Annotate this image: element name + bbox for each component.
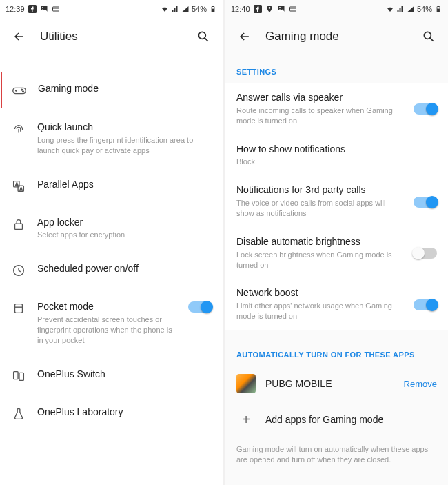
setting-3rd-party-calls[interactable]: Notifications for 3rd party calls The vo… xyxy=(225,175,448,227)
item-title: App locker xyxy=(37,216,212,229)
card-icon xyxy=(52,5,60,13)
battery-icon xyxy=(209,5,217,13)
svg-line-31 xyxy=(430,38,434,41)
setting-title: Disable automatic brightness xyxy=(236,235,398,248)
back-button[interactable] xyxy=(236,28,253,45)
item-parallel-apps[interactable]: AA Parallel Apps xyxy=(0,168,223,204)
svg-text:A: A xyxy=(20,186,23,190)
signal-icon xyxy=(171,5,179,13)
plus-icon: + xyxy=(236,410,256,429)
svg-point-12 xyxy=(23,91,24,92)
facebook-icon xyxy=(254,5,262,13)
item-quick-launch[interactable]: Quick launch Long press the fingerprint … xyxy=(0,111,223,166)
gamepad-icon xyxy=(12,83,27,98)
pubg-app-icon xyxy=(236,374,256,393)
auto-brightness-toggle[interactable] xyxy=(414,248,437,259)
card-icon xyxy=(289,5,297,13)
svg-rect-10 xyxy=(13,88,26,93)
setting-subtitle: Lock screen brightness when Gaming mode … xyxy=(236,250,398,270)
item-subtitle: Long press the fingerprint identificatio… xyxy=(37,135,212,156)
pocket-icon xyxy=(11,301,26,316)
status-time: 12:39 xyxy=(6,5,25,13)
image-icon xyxy=(40,5,48,13)
setting-title: Network boost xyxy=(236,286,398,299)
setting-subtitle: Block xyxy=(236,157,433,167)
item-gaming-mode[interactable]: Gaming mode xyxy=(1,72,221,108)
item-title: Gaming mode xyxy=(38,82,211,95)
status-time: 12:40 xyxy=(231,5,250,13)
svg-point-24 xyxy=(279,7,281,8)
utilities-list: Gaming mode Quick launch Long press the … xyxy=(0,55,223,485)
gaming-mode-footnote: Gaming mode will turn on automatically w… xyxy=(225,437,448,477)
gaming-mode-screen: 12:40 54% Gaming mode SETTINGS Answer ca… xyxy=(225,0,448,485)
svg-rect-29 xyxy=(438,9,440,12)
location-icon xyxy=(265,5,274,13)
setting-title: Notifications for 3rd party calls xyxy=(236,184,398,197)
svg-point-8 xyxy=(198,32,205,39)
image-icon xyxy=(277,5,285,13)
section-apps-label: AUTOMATICALLY TURN ON FOR THESE APPS xyxy=(225,338,448,366)
third-party-calls-toggle[interactable] xyxy=(414,197,437,208)
svg-point-2 xyxy=(42,7,43,8)
signal-icon-2 xyxy=(181,5,190,13)
utilities-screen: 12:39 54% Utilities Gaming mode Quick la… xyxy=(0,0,223,485)
section-settings-label: SETTINGS xyxy=(225,55,448,83)
setting-how-to-show-notifications[interactable]: How to show notifications Block xyxy=(225,135,448,176)
app-name: PUBG MOBILE xyxy=(265,378,394,389)
item-pocket-mode[interactable]: Pocket mode Prevent accidental screen to… xyxy=(0,290,223,355)
setting-subtitle: Route incoming calls to speaker when Gam… xyxy=(236,106,398,126)
item-title: OnePlus Switch xyxy=(37,368,212,381)
svg-rect-6 xyxy=(212,6,214,7)
svg-point-11 xyxy=(21,89,23,90)
answer-calls-toggle[interactable] xyxy=(414,103,437,115)
battery-percent: 54% xyxy=(417,5,432,13)
remove-app-button[interactable]: Remove xyxy=(404,379,437,389)
clock-icon xyxy=(11,263,26,278)
app-row-pubg[interactable]: PUBG MOBILE Remove xyxy=(225,366,448,402)
item-subtitle: Select apps for encryption xyxy=(37,230,212,240)
item-title: Scheduled power on/off xyxy=(37,262,212,275)
gaming-mode-content: SETTINGS Answer calls via speaker Route … xyxy=(225,55,448,485)
back-button[interactable] xyxy=(11,28,28,45)
svg-text:A: A xyxy=(15,182,18,186)
status-bar: 12:39 54% xyxy=(0,0,223,18)
svg-rect-19 xyxy=(15,304,23,313)
item-oneplus-switch[interactable]: OnePlus Switch xyxy=(0,358,223,393)
svg-rect-28 xyxy=(438,6,439,7)
item-oneplus-laboratory[interactable]: OnePlus Laboratory xyxy=(0,396,223,431)
header: Utilities xyxy=(0,18,223,55)
network-boost-toggle[interactable] xyxy=(414,299,437,310)
item-scheduled-power[interactable]: Scheduled power on/off xyxy=(0,253,223,288)
signal-icon xyxy=(396,5,405,13)
svg-rect-21 xyxy=(19,373,23,380)
switch-icon xyxy=(11,368,26,384)
header: Gaming mode xyxy=(225,18,448,55)
parallel-icon: AA xyxy=(11,179,26,194)
svg-rect-7 xyxy=(212,9,214,12)
item-title: Parallel Apps xyxy=(37,178,212,191)
add-apps-row[interactable]: + Add apps for Gaming mode xyxy=(225,402,448,437)
setting-network-boost[interactable]: Network boost Limit other apps' network … xyxy=(225,278,448,330)
item-app-locker[interactable]: App locker Select apps for encryption xyxy=(0,206,223,250)
search-button[interactable] xyxy=(195,28,212,45)
search-button[interactable] xyxy=(420,28,437,45)
page-title: Utilities xyxy=(40,30,183,43)
wifi-icon xyxy=(161,5,169,13)
battery-icon xyxy=(434,5,442,13)
item-subtitle: Prevent accidental screen touches or fin… xyxy=(37,315,177,346)
item-title: OnePlus Laboratory xyxy=(37,406,212,419)
page-title: Gaming mode xyxy=(265,30,408,43)
setting-title: How to show notifications xyxy=(236,143,433,156)
svg-rect-3 xyxy=(52,7,59,11)
signal-icon-2 xyxy=(407,5,415,13)
pocket-mode-toggle[interactable] xyxy=(188,301,212,313)
setting-subtitle: The voice or video calls from social app… xyxy=(236,198,398,219)
fingerprint-icon xyxy=(11,121,26,137)
wifi-icon xyxy=(386,5,394,13)
setting-disable-auto-brightness[interactable]: Disable automatic brightness Lock screen… xyxy=(225,227,448,279)
setting-title: Answer calls via speaker xyxy=(236,91,398,104)
setting-answer-calls-speaker[interactable]: Answer calls via speaker Route incoming … xyxy=(225,83,448,135)
item-title: Pocket mode xyxy=(37,300,177,313)
setting-subtitle: Limit other apps' network usage when Gam… xyxy=(236,301,398,321)
svg-rect-17 xyxy=(15,224,23,229)
